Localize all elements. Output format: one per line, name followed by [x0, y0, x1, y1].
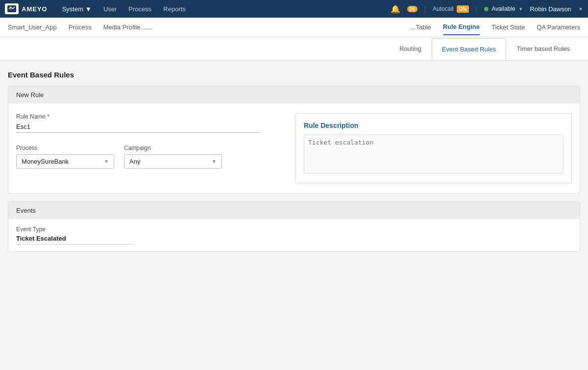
new-rule-header: New Rule [8, 86, 580, 103]
campaign-group: Campaign Any ▼ [124, 145, 222, 169]
process-label: Process [16, 145, 114, 151]
second-nav-ticket-state[interactable]: Ticket State [491, 20, 525, 35]
new-rule-body: Rule Name * Esc1 Process MoneySureBank ▼ [8, 103, 580, 193]
nav-item-system[interactable]: System ▼ [57, 3, 97, 15]
nav-item-process[interactable]: Process [123, 3, 156, 15]
tab-routing[interactable]: Routing [389, 38, 432, 60]
process-value: MoneySureBank [22, 158, 69, 165]
page-title: Event Based Rules [8, 71, 580, 79]
main-content: Event Based Rules New Rule Rule Name * E… [0, 61, 588, 370]
separator: | [424, 5, 426, 13]
tab-timer-based-rules[interactable]: Timer based Rules [506, 38, 580, 60]
rule-name-value[interactable]: Esc1 [16, 123, 261, 133]
process-group: Process MoneySureBank ▼ [16, 145, 114, 169]
top-nav: AMEYO System ▼ User Process Reports 🔔 24… [0, 0, 588, 18]
events-header: Events [8, 202, 580, 219]
status-dot-icon [484, 7, 489, 11]
autocall-label: Autocall [433, 5, 454, 12]
events-card: Events Event Type Ticket Escalated [8, 201, 580, 252]
tab-event-based-rules[interactable]: Event Based Rules [432, 38, 507, 60]
second-nav-media-profile[interactable]: Media Profile....... [103, 20, 153, 35]
nav-items: System ▼ User Process Reports [57, 3, 191, 15]
second-nav-process[interactable]: Process [69, 20, 92, 35]
campaign-value: Any [129, 158, 140, 165]
svg-point-1 [10, 8, 12, 10]
process-select[interactable]: MoneySureBank ▼ [16, 154, 114, 169]
second-nav: Smart_User_App Process Media Profile....… [0, 18, 588, 37]
campaign-label: Campaign [124, 145, 222, 151]
separator2: | [476, 5, 477, 13]
logo-icon [5, 3, 19, 14]
event-type-label: Event Type [16, 226, 572, 233]
form-left: Rule Name * Esc1 Process MoneySureBank ▼ [16, 113, 281, 169]
nav-item-reports[interactable]: Reports [158, 3, 191, 15]
bell-icon[interactable]: 🔔 [391, 4, 400, 14]
new-rule-card: New Rule Rule Name * Esc1 Process MoneyS… [8, 86, 580, 194]
chevron-down-icon: ▼ [85, 5, 92, 13]
second-nav-rule-engine[interactable]: Rule Engine [443, 19, 480, 35]
rule-name-label: Rule Name * [16, 113, 281, 120]
nav-item-user[interactable]: User [98, 3, 122, 15]
selects-row: Process MoneySureBank ▼ Campaign Any ▼ [16, 145, 281, 169]
logo[interactable]: AMEYO [5, 3, 48, 14]
status-section[interactable]: Available ▼ [484, 5, 523, 12]
rule-description-textarea[interactable] [304, 134, 564, 173]
process-dropdown-icon: ▼ [104, 159, 109, 164]
tabs-row: Routing Event Based Rules Timer based Ru… [0, 37, 588, 61]
second-nav-table[interactable]: ...Table [411, 20, 431, 35]
second-nav-smart-user-app[interactable]: Smart_User_App [8, 20, 57, 35]
status-label: Available [491, 5, 515, 12]
event-type-value[interactable]: Ticket Escalated [16, 235, 134, 245]
campaign-select[interactable]: Any ▼ [124, 154, 222, 169]
rule-description-box: Rule Description [295, 113, 572, 183]
user-dropdown-icon: ▼ [578, 6, 583, 12]
top-nav-right: 🔔 24 | Autocall ON | Available ▼ Robin D… [391, 4, 583, 14]
user-name[interactable]: Robin Dawson [530, 5, 572, 13]
campaign-dropdown-icon: ▼ [212, 159, 217, 164]
event-type-row: Event Type Ticket Escalated [8, 219, 580, 251]
status-dropdown-icon: ▼ [518, 6, 523, 12]
rule-description-title: Rule Description [304, 122, 564, 129]
second-nav-qa-parameters[interactable]: QA Parameters [537, 20, 580, 35]
notification-badge: 24 [407, 6, 417, 12]
autocall-status-badge: ON [457, 5, 469, 13]
form-right: Rule Description [295, 113, 572, 183]
autocall-section: Autocall ON [433, 5, 469, 13]
logo-text: AMEYO [22, 5, 48, 13]
form-row: Rule Name * Esc1 Process MoneySureBank ▼ [16, 113, 572, 183]
